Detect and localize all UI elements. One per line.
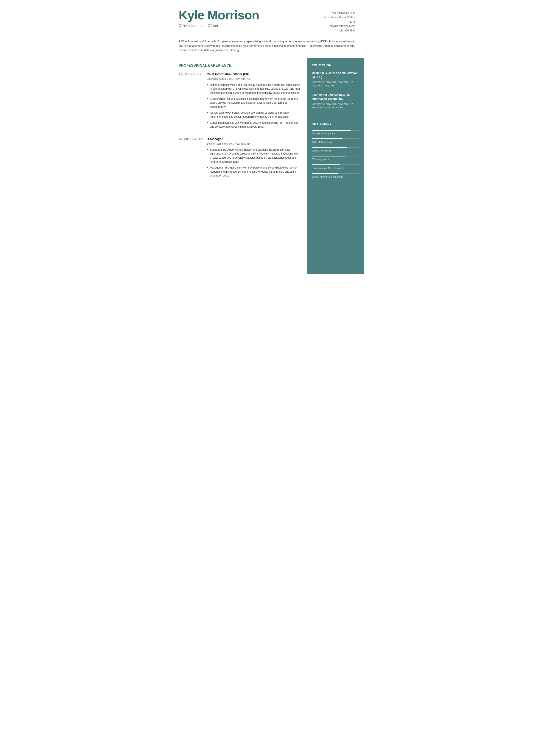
bullet-1-1: Define enterprise vision and technology … bbox=[207, 83, 300, 95]
education-section: EDUCATION Master in Business Administrat… bbox=[312, 63, 359, 109]
skill-name-5: Cross-Functional Leadership bbox=[312, 175, 359, 179]
bullet-dot bbox=[207, 167, 208, 168]
summary-text: A Chief Information Officer with 10+ yea… bbox=[179, 40, 355, 52]
bullet-dot bbox=[207, 98, 208, 99]
job-entry-1: June 2016 - Present Chief Information Of… bbox=[179, 72, 300, 131]
job-details-2: IT Manager Solaris Technology Inc., New … bbox=[207, 137, 300, 180]
edu-degree-2: Bachelor of Science (B.S.) in Informatio… bbox=[312, 93, 359, 101]
skill-name-4: Organizational Development bbox=[312, 166, 359, 170]
header-left: Kyle Morrison Chief Information Officer bbox=[179, 9, 259, 28]
skill-bar-fill-5 bbox=[312, 173, 338, 174]
bullet-1-4: Conduct negotiations with vendors to sec… bbox=[207, 121, 300, 129]
job-date-1: June 2016 - Present bbox=[179, 72, 207, 131]
job-date-2: May 2011 - June 2016 bbox=[179, 137, 207, 180]
skill-name-1: Agile Methodology bbox=[312, 140, 359, 144]
main-layout: PROFESSIONAL EXPERIENCE June 2016 - Pres… bbox=[170, 58, 364, 274]
skill-bar-bg-0 bbox=[312, 130, 359, 131]
skill-name-2: Cloud Computing bbox=[312, 149, 359, 152]
skill-bar-bg-1 bbox=[312, 138, 359, 139]
skill-item-0: Business Intelligence bbox=[312, 130, 359, 135]
skill-item-5: Cross-Functional Leadership bbox=[312, 173, 359, 179]
bullet-dot bbox=[207, 112, 208, 113]
edu-entry-2: Bachelor of Science (B.S.) in Informatio… bbox=[312, 93, 359, 109]
job-company-1: Enterprise Cloud Corp., New York, NY bbox=[207, 77, 300, 81]
address-line2: Plano, Texas, United States, bbox=[312, 15, 355, 19]
edu-entry-1: Master in Business Administration (M.B.A… bbox=[312, 71, 359, 88]
skill-item-1: Agile Methodology bbox=[312, 138, 359, 144]
job-entry-2: May 2011 - June 2016 IT Manager Solaris … bbox=[179, 137, 300, 180]
bullet-dot bbox=[207, 149, 208, 150]
skill-bar-bg-5 bbox=[312, 173, 359, 174]
skill-item-3: IT Management bbox=[312, 156, 359, 161]
skill-item-4: Organizational Development bbox=[312, 164, 359, 170]
contact-info: 4759 Sunnydale Lane Plano, Texas, United… bbox=[312, 9, 355, 33]
phone: 123-456-7890 bbox=[312, 28, 355, 33]
skill-name-3: IT Management bbox=[312, 157, 359, 161]
header: Kyle Morrison Chief Information Officer … bbox=[170, 0, 364, 37]
bullet-2-1: Supported the delivery of technology and… bbox=[207, 148, 300, 164]
edu-school-1: University of New York, New York, NY | M… bbox=[312, 80, 359, 88]
skill-name-0: Business Intelligence bbox=[312, 132, 359, 135]
skills-section: KEY SKILLS Business Intelligence Agile M… bbox=[312, 121, 359, 179]
left-column: PROFESSIONAL EXPERIENCE June 2016 - Pres… bbox=[170, 58, 307, 274]
bullet-dot bbox=[207, 122, 208, 123]
skill-bar-fill-0 bbox=[312, 130, 351, 131]
summary-section: A Chief Information Officer with 10+ yea… bbox=[170, 37, 364, 58]
job-title-1: Chief Information Officer (CIO) bbox=[207, 72, 300, 76]
skill-item-2: Cloud Computing bbox=[312, 147, 359, 152]
job-bullets-2: Supported the delivery of technology and… bbox=[207, 148, 300, 178]
bullet-1-3: Identify technology trends, develop over… bbox=[207, 111, 300, 119]
skills-section-title: KEY SKILLS bbox=[312, 121, 359, 126]
skill-bar-bg-4 bbox=[312, 164, 359, 165]
job-details-1: Chief Information Officer (CIO) Enterpri… bbox=[207, 72, 300, 131]
email: email@youremail.com bbox=[312, 24, 355, 28]
skill-bar-fill-1 bbox=[312, 138, 343, 139]
right-column: EDUCATION Master in Business Administrat… bbox=[307, 58, 364, 274]
skill-bar-fill-4 bbox=[312, 164, 340, 165]
bullet-2-2: Managed an IT organization with 50+ pers… bbox=[207, 166, 300, 178]
skill-bar-bg-2 bbox=[312, 147, 359, 148]
job-title-2: IT Manager bbox=[207, 137, 300, 141]
address-line3: 75071 bbox=[312, 20, 355, 24]
education-section-title: EDUCATION bbox=[312, 63, 359, 68]
job-bullets-1: Define enterprise vision and technology … bbox=[207, 83, 300, 129]
bullet-1-2: Build engineering and business intellige… bbox=[207, 97, 300, 109]
edu-degree-1: Master in Business Administration (M.B.A… bbox=[312, 71, 359, 79]
experience-section-title: PROFESSIONAL EXPERIENCE bbox=[179, 62, 300, 68]
skill-bar-fill-3 bbox=[312, 156, 345, 156]
candidate-title: Chief Information Officer bbox=[179, 23, 259, 29]
skill-bar-bg-3 bbox=[312, 156, 359, 156]
bullet-dot bbox=[207, 84, 208, 85]
job-company-2: Solaris Technology Inc., New York, NY bbox=[207, 142, 300, 146]
skill-bar-fill-2 bbox=[312, 147, 347, 148]
candidate-name: Kyle Morrison bbox=[179, 9, 259, 22]
edu-school-2: University of New York, New York, NY | S… bbox=[312, 102, 359, 110]
address-line1: 4759 Sunnydale Lane bbox=[312, 11, 355, 15]
resume-page: Kyle Morrison Chief Information Officer … bbox=[170, 0, 364, 274]
